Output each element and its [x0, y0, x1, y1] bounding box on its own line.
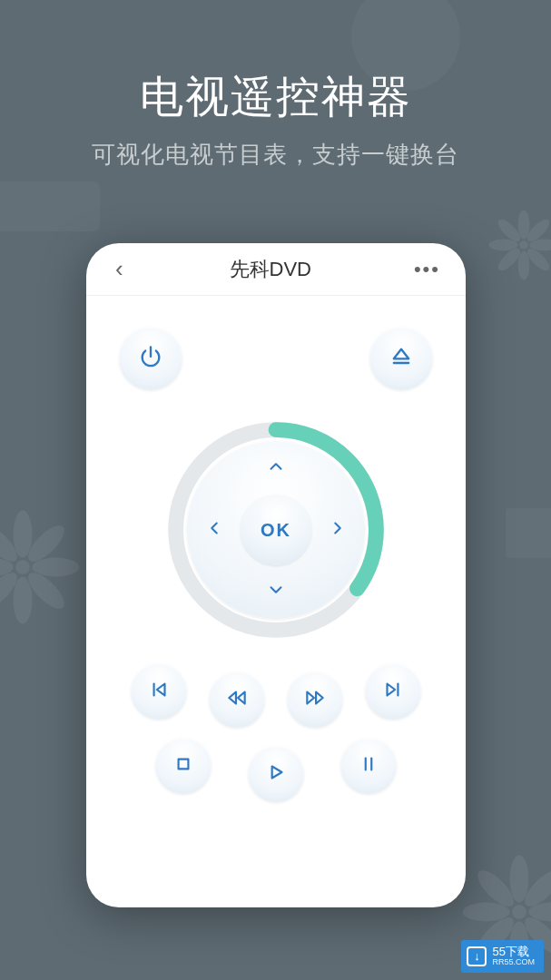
ok-button[interactable]: OK	[241, 495, 311, 565]
rewind-icon	[225, 686, 249, 713]
promo-title: 电视遥控神器	[0, 68, 551, 126]
chevron-left-icon: ‹	[115, 255, 123, 282]
promo-header: 电视遥控神器 可视化电视节目表，支持一键换台	[0, 0, 551, 171]
rewind-button[interactable]	[209, 671, 265, 728]
skip-next-icon	[381, 678, 405, 705]
dpad-pad: OK	[187, 441, 365, 619]
chevron-right-icon	[328, 518, 348, 542]
pause-icon	[357, 752, 380, 779]
svg-point-3	[489, 240, 518, 251]
play-button[interactable]	[248, 746, 304, 802]
dpad: OK	[167, 421, 385, 639]
dpad-right-button[interactable]	[323, 515, 352, 544]
skip-previous-button[interactable]	[131, 663, 187, 720]
ok-label: OK	[261, 520, 291, 541]
dpad-left-button[interactable]	[200, 515, 229, 544]
decorative-flower-icon	[0, 508, 82, 626]
play-icon	[264, 760, 288, 788]
fast-forward-icon	[303, 686, 327, 713]
stop-icon	[172, 752, 195, 779]
app-topbar: ‹ 先科DVD •••	[86, 243, 466, 296]
svg-rect-29	[179, 760, 189, 769]
svg-point-13	[32, 558, 79, 577]
svg-point-21	[463, 903, 510, 922]
decorative-ac	[0, 181, 100, 231]
svg-point-11	[14, 576, 33, 623]
stop-button[interactable]	[155, 738, 212, 794]
eject-icon	[389, 344, 414, 373]
svg-point-10	[14, 511, 33, 558]
watermark-url: RR55.COM	[492, 958, 535, 967]
watermark: ↓ 55下载 RR55.COM	[461, 940, 544, 973]
skip-next-button[interactable]	[365, 663, 421, 720]
power-button[interactable]	[119, 327, 182, 390]
svg-point-9	[15, 560, 30, 574]
back-button[interactable]: ‹	[106, 250, 133, 289]
more-icon: •••	[414, 258, 440, 280]
more-button[interactable]: •••	[408, 252, 446, 287]
download-icon: ↓	[467, 946, 487, 966]
media-row-2	[86, 746, 466, 802]
svg-point-19	[510, 856, 529, 903]
watermark-title: 55下载	[492, 946, 535, 958]
chevron-down-icon	[266, 580, 286, 603]
phone-mockup: ‹ 先科DVD •••	[86, 243, 466, 907]
chevron-left-icon	[204, 518, 224, 542]
skip-previous-icon	[147, 678, 171, 705]
pause-button[interactable]	[340, 738, 397, 794]
dpad-down-button[interactable]	[261, 577, 290, 606]
media-row-1	[86, 671, 466, 728]
eject-button[interactable]	[369, 327, 433, 390]
decorative-monitor	[506, 508, 551, 558]
svg-point-0	[519, 240, 528, 250]
fast-forward-button[interactable]	[287, 671, 343, 728]
svg-point-1	[518, 211, 530, 240]
promo-subtitle: 可视化电视节目表，支持一键换台	[0, 139, 551, 171]
svg-point-2	[518, 250, 530, 279]
svg-point-18	[512, 905, 526, 919]
chevron-up-icon	[266, 456, 286, 480]
decorative-flower-icon	[487, 209, 551, 281]
power-icon	[138, 344, 163, 373]
device-title: 先科DVD	[230, 256, 311, 283]
dpad-up-button[interactable]	[261, 454, 290, 483]
